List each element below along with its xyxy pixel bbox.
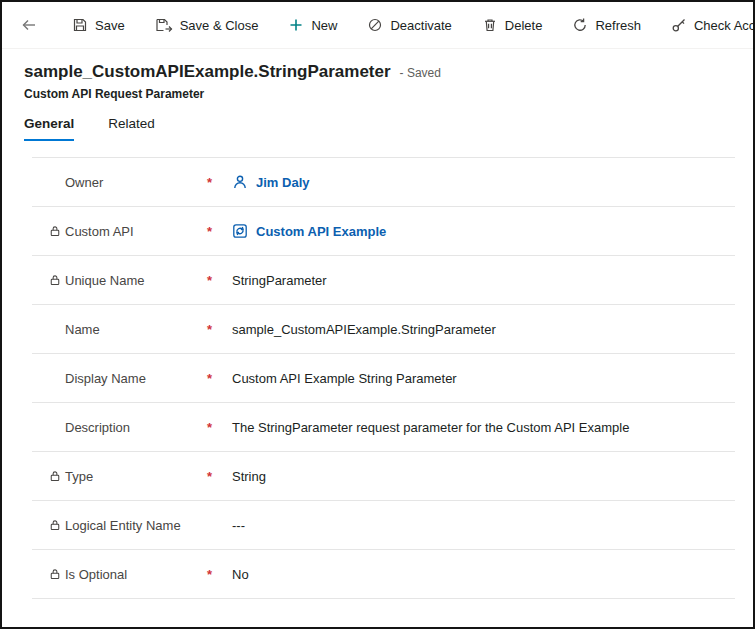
required-asterisk: * (207, 273, 232, 288)
save-label: Save (95, 18, 125, 33)
field-label: Type (65, 469, 207, 484)
field-value: String (232, 469, 266, 484)
field-row: Owner * Jim Daly (32, 158, 735, 207)
save-and-close-button[interactable]: Save & Close (153, 13, 261, 37)
required-asterisk: * (207, 420, 232, 435)
save-button[interactable]: Save (70, 13, 127, 37)
app-window: Save Save & Close New Deactivate Delete (0, 0, 755, 629)
check-access-button[interactable]: Check Access (669, 13, 755, 37)
save-icon (72, 17, 88, 33)
field-value[interactable]: sample_CustomAPIExample.StringParameter (232, 322, 496, 337)
save-and-close-label: Save & Close (180, 18, 259, 33)
tab-bar: General Related (24, 116, 753, 141)
lock-icon (49, 519, 65, 531)
required-asterisk: * (207, 371, 232, 386)
custom-api-icon (232, 223, 248, 239)
required-asterisk: * (207, 175, 232, 190)
page-title: sample_CustomAPIExample.StringParameter (24, 62, 391, 82)
field-row: Description * The StringParameter reques… (32, 403, 735, 452)
delete-label: Delete (505, 18, 543, 33)
required-asterisk: * (207, 567, 232, 582)
field-label: Logical Entity Name (65, 518, 207, 533)
record-header: sample_CustomAPIExample.StringParameter … (2, 49, 753, 101)
field-value[interactable]: Custom API Example String Parameter (232, 371, 457, 386)
field-label: Is Optional (65, 567, 207, 582)
form: Owner * Jim Daly Custom API * Custom API… (32, 157, 735, 599)
field-value: No (232, 567, 249, 582)
refresh-button[interactable]: Refresh (570, 13, 643, 37)
field-label: Display Name (65, 371, 207, 386)
field-value: --- (232, 518, 245, 533)
field-label: Owner (65, 175, 207, 190)
refresh-icon (572, 17, 588, 33)
field-row: Is Optional * No (32, 550, 735, 599)
field-row: Type * String (32, 452, 735, 501)
command-bar: Save Save & Close New Deactivate Delete (2, 2, 753, 49)
refresh-label: Refresh (595, 18, 641, 33)
save-status-badge: - Saved (400, 66, 441, 80)
plus-icon (288, 17, 304, 33)
field-value[interactable]: Custom API Example (256, 224, 386, 239)
new-label: New (311, 18, 337, 33)
field-row: Name * sample_CustomAPIExample.StringPar… (32, 305, 735, 354)
field-label: Description (65, 420, 207, 435)
tab-general[interactable]: General (24, 116, 74, 141)
field-row: Unique Name * StringParameter (32, 256, 735, 305)
back-arrow-icon (20, 17, 38, 33)
field-value[interactable]: Jim Daly (256, 175, 309, 190)
back-button[interactable] (16, 13, 42, 37)
required-asterisk: * (207, 469, 232, 484)
lock-icon (49, 274, 65, 286)
field-row: Custom API * Custom API Example (32, 207, 735, 256)
delete-icon (482, 17, 498, 33)
field-label: Name (65, 322, 207, 337)
field-label: Custom API (65, 224, 207, 239)
deactivate-icon (367, 17, 383, 33)
check-access-label: Check Access (694, 18, 755, 33)
lock-icon (49, 568, 65, 580)
required-asterisk: * (207, 322, 232, 337)
lock-icon (49, 470, 65, 482)
required-asterisk: * (207, 224, 232, 239)
deactivate-button[interactable]: Deactivate (365, 13, 453, 37)
field-value: StringParameter (232, 273, 327, 288)
person-icon (232, 174, 248, 190)
form-body: Owner * Jim Daly Custom API * Custom API… (32, 158, 735, 599)
deactivate-label: Deactivate (390, 18, 451, 33)
save-close-icon (155, 17, 173, 33)
field-row: Logical Entity Name --- (32, 501, 735, 550)
record-type-subtitle: Custom API Request Parameter (24, 87, 753, 101)
tab-related[interactable]: Related (108, 116, 155, 141)
new-button[interactable]: New (286, 13, 339, 37)
check-access-icon (671, 17, 687, 33)
field-label: Unique Name (65, 273, 207, 288)
field-row: Display Name * Custom API Example String… (32, 354, 735, 403)
lock-icon (49, 225, 65, 237)
field-value[interactable]: The StringParameter request parameter fo… (232, 420, 629, 435)
delete-button[interactable]: Delete (480, 13, 545, 37)
